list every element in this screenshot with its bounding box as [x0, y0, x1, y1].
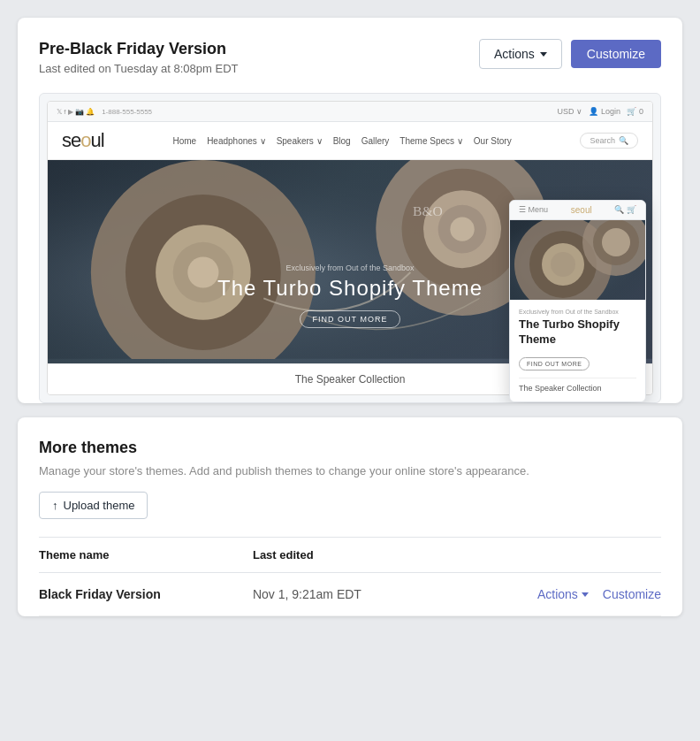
header-actions: Actions Customize — [479, 39, 661, 69]
theme-name-cell: Black Friday Version — [39, 573, 253, 616]
current-theme-card: Pre-Black Friday Version Last edited on … — [18, 18, 682, 403]
upload-theme-button[interactable]: ↑ Upload theme — [39, 492, 148, 519]
more-themes-section: More themes Manage your store's themes. … — [18, 417, 682, 616]
current-theme-subtitle: Last edited on Tuesday at 8:08pm EDT — [39, 62, 238, 75]
social-icons: 𝕏 f ▶ 📷 🔔 — [57, 108, 95, 116]
current-theme-info: Pre-Black Friday Version Last edited on … — [39, 39, 238, 75]
row-actions-cell: Actions Customize — [444, 573, 661, 616]
mobile-bar-right: 🔍 🛒 — [614, 205, 636, 214]
mobile-sub: Exclusively from Out of the Sandbox — [519, 309, 636, 315]
col-last-edited: Last edited — [253, 538, 444, 573]
mobile-title: The Turbo Shopify Theme — [519, 317, 636, 348]
col-actions-header — [444, 538, 661, 573]
row-actions-label: Actions — [537, 587, 578, 601]
svg-point-10 — [450, 218, 474, 241]
last-edited-cell: Nov 1, 9:21am EDT — [253, 573, 444, 616]
actions-label: Actions — [494, 47, 535, 61]
row-customize-button[interactable]: Customize — [603, 587, 661, 601]
mobile-hero — [510, 220, 645, 300]
mobile-logo: seoul — [571, 205, 592, 215]
hero-cta-button: FIND OUT MORE — [300, 310, 401, 328]
current-theme-header: Pre-Black Friday Version Last edited on … — [39, 39, 661, 75]
browser-right-text: USD ∨ 👤 Login 🛒 0 — [557, 107, 643, 116]
upload-label: Upload theme — [64, 499, 135, 512]
table-row: Black Friday Version Nov 1, 9:21am EDT A… — [39, 573, 661, 616]
seoul-nav-links: Home Headphones ∨ Speakers ∨ Blog Galler… — [172, 136, 511, 146]
more-themes-desc: Manage your store's themes. Add and publ… — [39, 464, 661, 477]
browser-bar: 𝕏 f ▶ 📷 🔔 1-888-555-5555 USD ∨ 👤 Login 🛒… — [48, 102, 652, 122]
themes-table: Theme name Last edited Black Friday Vers… — [39, 537, 661, 616]
mobile-preview: ☰ Menu seoul 🔍 🛒 — [509, 200, 646, 396]
mobile-hero-svg — [510, 220, 645, 300]
mobile-collection: The Speaker Collection — [519, 378, 636, 393]
svg-point-16 — [551, 252, 575, 277]
customize-button[interactable]: Customize — [571, 40, 661, 68]
row-actions-button[interactable]: Actions — [537, 587, 589, 601]
more-themes-title: More themes — [39, 439, 661, 457]
actions-button[interactable]: Actions — [479, 39, 562, 69]
col-theme-name: Theme name — [39, 538, 253, 573]
table-header-row: Theme name Last edited — [39, 538, 661, 573]
svg-text:B&O: B&O — [413, 204, 443, 219]
current-theme-title: Pre-Black Friday Version — [39, 39, 238, 59]
chevron-down-icon — [540, 52, 547, 57]
desktop-preview: 𝕏 f ▶ 📷 🔔 1-888-555-5555 USD ∨ 👤 Login 🛒… — [47, 101, 653, 395]
chevron-down-icon — [582, 592, 589, 597]
seoul-nav: seoul Home Headphones ∨ Speakers ∨ Blog … — [48, 122, 652, 160]
mobile-bar: ☰ Menu seoul 🔍 🛒 — [510, 201, 645, 220]
browser-bar-right: USD ∨ 👤 Login 🛒 0 — [557, 107, 643, 116]
mobile-content: Exclusively from Out of the Sandbox The … — [510, 300, 645, 396]
theme-preview-container: 𝕏 f ▶ 📷 🔔 1-888-555-5555 USD ∨ 👤 Login 🛒… — [39, 93, 661, 403]
svg-point-19 — [602, 228, 630, 256]
seoul-logo: seoul — [62, 129, 104, 152]
page-wrapper: Pre-Black Friday Version Last edited on … — [18, 18, 682, 616]
phone-number: 1-888-555-5555 — [102, 108, 152, 116]
upload-icon: ↑ — [52, 499, 58, 512]
mobile-cta: FIND OUT MORE — [519, 357, 590, 370]
browser-bar-left: 𝕏 f ▶ 📷 🔔 1-888-555-5555 — [57, 108, 152, 116]
seoul-search: Search 🔍 — [580, 133, 638, 149]
row-actions: Actions Customize — [444, 587, 661, 601]
mobile-menu-icon: ☰ Menu — [519, 205, 548, 214]
